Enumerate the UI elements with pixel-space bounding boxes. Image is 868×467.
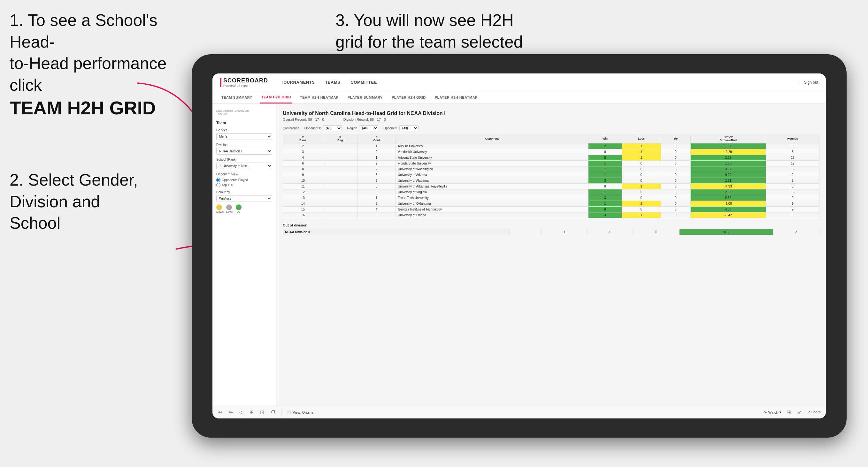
reg-cell xyxy=(323,212,358,218)
nav-sign-out[interactable]: Sign out xyxy=(799,80,818,85)
diff-cell: -2.29 xyxy=(690,149,766,155)
table-row: 4 1 Arizona State University 5 1 0 2.29 … xyxy=(283,155,819,161)
sub-nav-team-summary[interactable]: TEAM SUMMARY xyxy=(220,91,254,103)
tie-cell: 0 xyxy=(661,195,691,201)
nav-tournaments[interactable]: TOURNAMENTS xyxy=(281,79,315,86)
win-cell: 1 xyxy=(588,172,622,178)
rounds-cell: 12 xyxy=(766,161,819,166)
diff-cell: 2.61 xyxy=(690,178,766,184)
logo-bar xyxy=(220,78,221,87)
instruction-3: 3. You will now see H2H grid for the tea… xyxy=(336,9,523,53)
sub-nav-player-h2h-heatmap[interactable]: PLAYER H2H HEATMAP xyxy=(434,91,479,103)
redo-btn[interactable]: ↪ xyxy=(228,409,234,415)
back-btn[interactable]: ◁ xyxy=(239,409,244,415)
opponent-cell: Vanderbilt University xyxy=(396,149,588,155)
rounds-cell: 8 xyxy=(766,149,819,155)
crop-btn[interactable]: ⊡ xyxy=(259,409,265,415)
reg-cell xyxy=(323,195,358,201)
logo-text: SCOREBOARD xyxy=(223,77,268,84)
loss-cell: 0 xyxy=(622,207,661,212)
region-select[interactable]: (All) xyxy=(359,125,378,131)
radio-top100[interactable]: Top 100 xyxy=(216,183,272,187)
conf-cell: 2 xyxy=(358,149,396,155)
down-dot xyxy=(216,205,222,210)
opponent-cell: Georgia Institute of Technology xyxy=(396,207,588,212)
tie-cell: 0 xyxy=(661,155,691,161)
fullscreen-btn[interactable]: ⤢ xyxy=(797,409,803,415)
table-row: 3 2 Vanderbilt University 0 4 0 -2.29 8 xyxy=(283,149,819,155)
opponent-view-label: Opponent View xyxy=(216,173,272,176)
school-select[interactable]: 1. University of Nort... xyxy=(216,163,272,169)
reg-cell xyxy=(323,201,358,207)
school-label: School (Rank) xyxy=(216,158,272,161)
opponent-cell: University of Arizona xyxy=(396,172,588,178)
sub-nav-team-h2h-grid[interactable]: TEAM H2H GRID xyxy=(260,91,292,103)
img-btn[interactable]: ⊞ xyxy=(249,409,254,415)
down-label: Down xyxy=(216,210,224,213)
share-btn[interactable]: ↗ Share xyxy=(808,410,821,414)
division-label: Division xyxy=(216,143,272,147)
sub-nav-team-h2h-heatmap[interactable]: TEAM H2H HEATMAP xyxy=(299,91,340,103)
win-cell: 1 xyxy=(588,161,622,166)
division-record: Division Record: 88 - 17 - 0 xyxy=(343,118,386,121)
nav-committee[interactable]: COMMITTEE xyxy=(350,79,377,86)
rank-cell: 6 xyxy=(283,161,323,166)
opponent-cell: University of Oklahoma xyxy=(396,201,588,207)
nav-teams[interactable]: TEAMS xyxy=(325,79,340,86)
conf-cell: 5 xyxy=(358,178,396,184)
gender-label: Gender xyxy=(216,128,272,132)
watch-label: Watch xyxy=(768,410,778,414)
out-div-win: 1 xyxy=(541,229,588,235)
filter-opponent: Opponent (All) xyxy=(383,125,418,131)
rank-cell: 11 xyxy=(283,184,323,189)
rounds-cell: 9 xyxy=(766,212,819,218)
loss-cell: 2 xyxy=(622,201,661,207)
opponents-select[interactable]: (All) xyxy=(323,125,342,131)
division-select[interactable]: NCAA Division I xyxy=(216,148,272,155)
radio-opponents-played[interactable]: Opponents Played xyxy=(216,178,272,182)
opponent-cell: Arizona State University xyxy=(396,155,588,161)
reg-cell xyxy=(323,161,358,166)
reg-cell xyxy=(323,184,358,189)
rank-cell: 8 xyxy=(283,166,323,172)
win-cell: 2 xyxy=(588,144,622,149)
out-div-empty xyxy=(509,229,541,235)
clock-btn[interactable]: ⏱ xyxy=(270,409,276,415)
tie-cell: 0 xyxy=(661,172,691,178)
logo-sub: Powered by clippi xyxy=(223,84,268,87)
app-nav: SCOREBOARD Powered by clippi TOURNAMENTS… xyxy=(212,73,826,91)
watch-btn[interactable]: 👁 Watch ▾ xyxy=(764,410,781,414)
step2-line2: Division and xyxy=(9,192,100,211)
sub-nav-player-h2h-grid[interactable]: PLAYER H2H GRID xyxy=(391,91,427,103)
diff-cell: 9.00 xyxy=(690,172,766,178)
main-content: Last Updated: 27/03/2024 16:55:38 Team G… xyxy=(212,104,826,406)
opponent-cell: Florida State University xyxy=(396,161,588,166)
loss-cell: 0 xyxy=(622,166,661,172)
opponent-cell: University of Florida xyxy=(396,212,588,218)
loss-cell: 4 xyxy=(622,149,661,155)
opponent-cell: University of Washington xyxy=(396,166,588,172)
tie-cell: 0 xyxy=(661,144,691,149)
table-row: 10 5 University of Alabama 3 0 0 2.61 8 xyxy=(283,178,819,184)
undo-btn[interactable]: ↩ xyxy=(218,409,223,415)
sub-nav: TEAM SUMMARY TEAM H2H GRID TEAM H2H HEAT… xyxy=(212,91,826,104)
conference-label: Conference xyxy=(283,126,299,130)
step3-line1: 3. You will now see H2H xyxy=(336,11,514,29)
overall-record: Overall Record: 89 - 17 - 0 xyxy=(283,118,324,121)
rank-cell: 12 xyxy=(283,189,323,195)
out-div-diff: 26.00 xyxy=(679,229,773,235)
diff-cell: 5.56 xyxy=(690,195,766,201)
present-btn[interactable]: ⊞ xyxy=(786,409,792,415)
up-label: Up xyxy=(236,210,242,213)
colour-select[interactable]: Win/loss xyxy=(216,195,272,202)
opponent-select[interactable]: (All) xyxy=(399,125,418,131)
opponent-cell: Auburn University xyxy=(396,144,588,149)
conf-cell: 4 xyxy=(358,207,396,212)
loss-cell: 0 xyxy=(622,195,661,201)
gender-select[interactable]: Men's xyxy=(216,133,272,140)
win-cell: 0 xyxy=(588,184,622,189)
loss-cell: 0 xyxy=(622,172,661,178)
step1-bold: TEAM H2H GRID xyxy=(9,97,156,118)
reg-cell xyxy=(323,155,358,161)
sub-nav-player-summary[interactable]: PLAYER SUMMARY xyxy=(346,91,384,103)
